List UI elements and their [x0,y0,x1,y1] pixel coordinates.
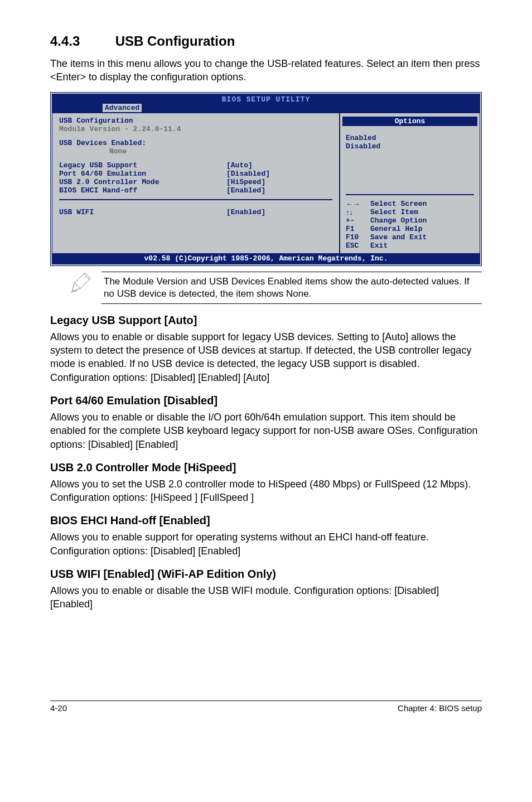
bios-help-text: Exit [370,241,388,250]
bios-item-row: USB WIFI [Enabled] [59,208,332,216]
bios-help-row: ESC Exit [346,241,474,250]
subsection-body: Allows you to enable support for operati… [50,530,482,558]
bios-banner: BIOS SETUP UTILITY [52,94,480,104]
bios-help-text: Select Item [370,208,418,216]
arrows-ud-icon: ↑↓ [346,208,365,216]
bios-item-label: USB 2.0 Controller Mode [59,178,226,186]
bios-item-row: USB 2.0 Controller Mode [HiSpeed] [59,178,332,186]
bios-help-text: Save and Exit [370,233,427,241]
bios-item-label: USB WIFI [59,208,226,216]
intro-paragraph: The items in this menu allows you to cha… [50,57,482,84]
bios-copyright: v02.58 (C)Copyright 1985-2006, American … [52,253,480,264]
bios-item-row: Legacy USB Support [Auto] [59,161,332,170]
note-text: The Module Version and USB Devices Enabl… [101,272,482,304]
bios-tabs: Advanced [52,104,480,113]
bios-option: Disabled [346,142,474,151]
bios-config-heading: USB Configuration [59,117,332,125]
subsection-heading: USB WIFI [Enabled] (WiFi-AP Edition Only… [50,568,482,581]
bios-help-text: General Help [370,225,423,233]
section-title: USB Configuration [115,33,235,49]
bios-options-header: Options [342,117,477,126]
bios-divider [346,194,474,195]
bios-item-label: BIOS EHCI Hand-off [59,186,226,195]
subsection-body: Allows you to enable or disable the USB … [50,584,482,611]
subsection-body: Allows you to set the USB 2.0 controller… [50,477,482,505]
bios-devices-header: USB Devices Enabled: [59,139,332,147]
bios-right-pane: Options Enabled Disabled ←→ Select Scree… [340,113,480,253]
subsection-body: Allows you to enable or disable support … [50,330,482,384]
svg-line-1 [75,283,80,288]
subsection-body: Allows you to enable or disable the I/O … [50,410,482,451]
bios-help-key: F10 [346,233,365,241]
subsection-heading: Legacy USB Support [Auto] [50,314,482,327]
arrows-lr-icon: ←→ [346,200,365,208]
bios-item-value: [Auto] [226,161,332,170]
bios-item-label: Legacy USB Support [59,161,226,170]
bios-item-row: Port 64/60 Emulation [Disabled] [59,170,332,178]
bios-screenshot: BIOS SETUP UTILITY Advanced USB Configur… [50,92,482,266]
bios-help-row: ↑↓ Select Item [346,208,474,216]
bios-help-text: Select Screen [370,200,427,208]
bios-help-key: +- [346,216,365,225]
bios-item-label: Port 64/60 Emulation [59,170,226,178]
bios-help-row: F1 General Help [346,225,474,233]
bios-item-value: [Enabled] [226,208,332,216]
svg-marker-0 [72,273,90,291]
bios-item-value: [HiSpeed] [226,178,332,186]
page-number: 4-20 [50,703,67,713]
subsection-heading: USB 2.0 Controller Mode [HiSpeed] [50,461,482,474]
pencil-icon [69,272,91,294]
bios-help-row: F10 Save and Exit [346,233,474,241]
section-number: 4.4.3 [50,33,112,49]
chapter-label: Chapter 4: BIOS setup [398,703,482,713]
bios-help-text: Change Option [370,216,427,225]
bios-tab-advanced: Advanced [103,104,142,112]
bios-help-row: +- Change Option [346,216,474,225]
bios-help-row: ←→ Select Screen [346,200,474,208]
bios-item-value: [Enabled] [226,186,332,195]
bios-option: Enabled [346,134,474,142]
bios-devices-value: None [59,147,332,156]
page-footer: 4-20 Chapter 4: BIOS setup [50,700,482,713]
subsection-heading: BIOS EHCI Hand-off [Enabled] [50,514,482,527]
bios-help-key: ESC [346,241,365,250]
bios-item-value: [Disabled] [226,170,332,178]
section-heading: 4.4.3 USB Configuration [50,33,482,49]
note-block: The Module Version and USB Devices Enabl… [69,272,482,304]
subsection-heading: Port 64/60 Emulation [Disabled] [50,394,482,407]
bios-item-row: BIOS EHCI Hand-off [Enabled] [59,186,332,195]
bios-left-pane: USB Configuration Module Version - 2.24.… [52,113,340,253]
bios-divider [59,199,332,200]
bios-help-key: F1 [346,225,365,233]
bios-module-version: Module Version - 2.24.0-11.4 [59,125,332,133]
